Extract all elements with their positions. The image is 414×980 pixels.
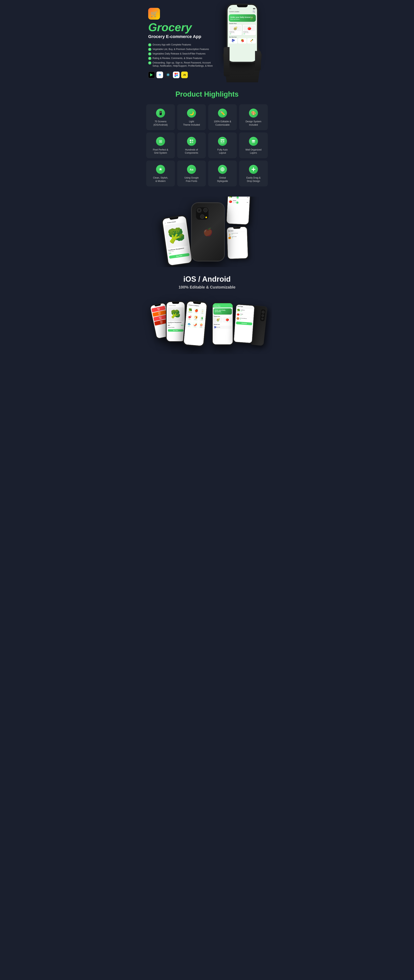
cat-meat-icon: 🥩	[187, 315, 192, 318]
hero-phone-body: 9:41 ▊▊▊ Current Location 🔍 Order your D…	[227, 4, 258, 63]
android-cart-item-2: 🍅 Tomato $10	[237, 313, 253, 318]
components-label: Hundreds ofComponents	[185, 148, 198, 155]
cat-bakery[interactable]: 🍞 Bakery	[193, 315, 199, 321]
cat-snacks[interactable]: 🍿 Snacks	[198, 322, 204, 329]
lens-3	[200, 215, 204, 219]
android-product-2-price: $35	[224, 321, 231, 322]
finger-left	[224, 47, 229, 76]
cat-meat-label: Meat	[187, 318, 192, 320]
broccoli-emoji: 🥦	[167, 226, 186, 244]
highlight-clean: Clean, Stylish,& Modern	[146, 161, 175, 186]
search-icon[interactable]: 🔍	[252, 10, 255, 13]
new-products: 🫐 $10 🍓 $8 🥕 $5	[228, 38, 257, 43]
fruit-row: 🍊 Navel Orange $3	[228, 235, 246, 239]
cat-fish-label: Fish	[186, 325, 191, 327]
cat-veggies[interactable]: 🥦 Vegetables	[187, 307, 193, 313]
samsung-lens-1	[262, 310, 264, 313]
android-cart-tomato-icon: 🍅	[237, 313, 240, 316]
cat-drinks[interactable]: 🧃 Drinks	[199, 315, 205, 322]
feature-item: Rating & Review, Comments, & Share Featu…	[148, 57, 213, 60]
cat-spices[interactable]: 🌶️ Spices	[192, 321, 198, 328]
qty-number: 1	[236, 197, 236, 198]
cat-dairy-icon: 🥛	[200, 309, 205, 313]
checkout-btn[interactable]: Checkout	[236, 321, 252, 325]
cat-meat[interactable]: 🥩 Meat	[186, 314, 193, 321]
popular-products: 🥑 Bundle Pack Seasonal Fruit $35 🍅 Bundl…	[228, 25, 257, 35]
price-row-sm: $24 $20	[168, 325, 183, 326]
styleguide-label: GlobalStyleguide	[217, 176, 228, 183]
product-detail-label-2: Product Details	[168, 327, 183, 328]
location-label: Current Location	[214, 304, 231, 305]
clean-icon	[156, 165, 165, 174]
screens-icon: 📱	[156, 108, 165, 118]
highlight-editable: ✏️ 100% Editable &Customizable	[208, 104, 237, 130]
qty-controls: - 1 +	[233, 197, 247, 199]
autolayout-icon	[218, 137, 227, 146]
android-banner-title: Order your Daily Groceries	[215, 310, 231, 312]
qty-plus[interactable]: +	[237, 197, 239, 199]
cart-screen-content: Cart Page 🥦 Cauliflower - 1 +	[226, 197, 250, 224]
product-image-area: 🥦	[164, 222, 189, 248]
android-product-1-price: $35	[214, 321, 222, 322]
ios-front-screen: Choose a Category 🥦 Vegetables 🍎 Fruits …	[184, 301, 207, 346]
android-header: Current Location Cheese Street	[213, 303, 232, 307]
cat-dairy-label: Dairy	[200, 312, 205, 314]
highlight-components: Hundreds ofComponents	[177, 132, 206, 158]
svg-point-8	[190, 140, 191, 141]
highlights-section: Product Highlights 📱 70 Screens(iOS/Andr…	[142, 82, 272, 197]
product-card-1: 🥑 Bundle Pack Seasonal Fruit $35	[229, 25, 242, 35]
bundle-1-icon: 🫐	[214, 326, 217, 328]
hero-section: 🛒 Grocery Grocery E-commerce App Grocery…	[142, 0, 272, 82]
apple-logo: 🍎	[203, 227, 213, 236]
cat-dairy[interactable]: 🥛 Dairy	[199, 308, 205, 315]
cat-fruits-label: Fruits	[194, 312, 199, 313]
cat-spices-label: Spices	[193, 326, 197, 327]
svg-rect-14	[223, 141, 225, 142]
phone-notch-new	[233, 227, 240, 229]
qty-controls-2: - 5 +	[232, 201, 246, 204]
new-product-2: 🍓 $8	[238, 38, 247, 43]
android-cart-screen: Cart Page 🥦 Cauliflower $20 🍅 Tomato	[234, 305, 255, 343]
product-name-sm: Cauliflower Bangladeshi	[168, 322, 183, 323]
camera-module	[196, 207, 209, 220]
new-product-3: 🥕 $5	[247, 38, 256, 43]
new-item-header: New Item	[227, 229, 247, 232]
divider-sm	[168, 328, 183, 329]
new-product-icon: 🫐	[229, 39, 237, 42]
new-item-label: Our New Item	[228, 37, 257, 38]
category-grid: 🥦 Vegetables 🍎 Fruits 🥛 Dairy 🥩 Meat	[185, 307, 206, 329]
badge-figma	[173, 72, 180, 78]
svg-rect-15	[221, 143, 225, 143]
svg-rect-12	[221, 139, 225, 140]
badge-react: ⚛	[165, 72, 171, 78]
qty-minus-2[interactable]: -	[232, 201, 235, 204]
svg-marker-2	[160, 75, 160, 76]
feature-item: Vegetable List, Buy, & Premium Subscript…	[148, 48, 213, 51]
qty-minus[interactable]: -	[233, 197, 235, 198]
android-phone-cart: Cart Page 🥦 Cauliflower $20 🍅 Tomato	[233, 304, 255, 344]
new-price-sm: $20	[181, 325, 183, 326]
svg-point-10	[190, 142, 191, 143]
highlights-title: Product Highlights	[146, 90, 268, 99]
qty-plus-2[interactable]: +	[236, 202, 239, 204]
layers-label: Well OrganizedLayers	[245, 148, 261, 155]
lens-main	[197, 208, 202, 213]
android-phones-group: Current Location Cheese Street Order you…	[212, 302, 269, 345]
platform-title: iOS / Android	[146, 275, 268, 283]
product-weight-sm: Weight: 5kg	[168, 323, 183, 324]
layers-icon	[249, 137, 258, 146]
highlight-styleguide: GlobalStyleguide	[208, 161, 237, 186]
svg-point-18	[252, 140, 255, 141]
cat-fruits-icon: 🍎	[194, 309, 199, 312]
platform-section: iOS / Android 100% Editable & Customizab…	[142, 267, 272, 299]
android-cart-item-3-info: Get Cocoa Biscuit $9	[240, 318, 253, 320]
cat-fruits[interactable]: 🍎 Fruits	[193, 307, 199, 314]
badge-flutter	[156, 72, 163, 78]
ice-cream-info: Henry's Ice Cream $2	[231, 232, 246, 235]
android-product-2-icon: 🍅	[224, 318, 231, 321]
cat-fish[interactable]: 🐟 Fish	[186, 321, 192, 328]
pixel-label: Pixel Perfect &Grid System	[153, 148, 169, 155]
buy-btn-sm[interactable]: Buy Now	[168, 329, 183, 332]
cat-drinks-label: Drinks	[199, 320, 204, 321]
svg-rect-4	[176, 73, 178, 75]
